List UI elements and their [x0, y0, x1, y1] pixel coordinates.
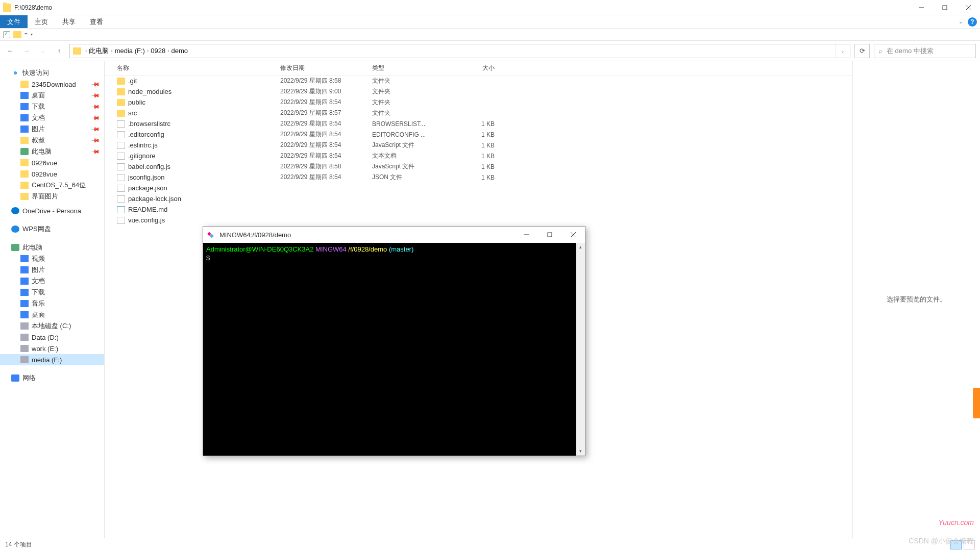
- chevron-right-icon[interactable]: ›: [167, 48, 169, 54]
- file-icon: [117, 99, 125, 106]
- search-box[interactable]: ⌕ 在 demo 中搜索: [874, 44, 976, 58]
- qat-overflow-icon[interactable]: =: [24, 32, 28, 37]
- breadcrumb-item[interactable]: 0928: [151, 47, 165, 55]
- maximize-button[interactable]: [933, 0, 957, 15]
- column-type[interactable]: 类型: [372, 64, 449, 72]
- sidebar-item[interactable]: 0926vue: [0, 157, 104, 168]
- file-row[interactable]: src 2022/9/29 星期四 8:57 文件夹: [105, 108, 852, 118]
- sidebar-item[interactable]: 本地磁盘 (C:): [0, 320, 104, 332]
- address-dropdown-icon[interactable]: ⌄: [835, 44, 850, 58]
- file-row[interactable]: jsconfig.json 2022/9/29 星期四 8:54 JSON 文件…: [105, 172, 852, 183]
- column-size[interactable]: 大小: [449, 64, 495, 72]
- file-row[interactable]: package.json: [105, 183, 852, 193]
- file-date: 2022/9/29 星期四 8:58: [280, 162, 372, 171]
- column-date[interactable]: 修改日期: [280, 64, 372, 72]
- refresh-button[interactable]: ⟳: [854, 44, 870, 58]
- properties-icon[interactable]: [3, 31, 10, 38]
- file-name: package.json: [128, 184, 167, 192]
- breadcrumb-item[interactable]: demo: [172, 47, 188, 55]
- sidebar-item[interactable]: 桌面📌: [0, 90, 104, 101]
- scroll-up-icon[interactable]: ▴: [576, 243, 585, 252]
- file-size: 1 KB: [449, 131, 495, 138]
- minimize-button[interactable]: [910, 0, 933, 15]
- new-folder-icon[interactable]: [13, 31, 21, 38]
- file-row[interactable]: public 2022/9/29 星期四 8:54 文件夹: [105, 97, 852, 108]
- item-icon: [20, 114, 29, 121]
- search-icon: ⌕: [878, 47, 883, 55]
- star-icon: [11, 69, 19, 77]
- sidebar-item[interactable]: 下载: [0, 287, 104, 298]
- tab-view[interactable]: 查看: [83, 15, 110, 28]
- sidebar-thispc[interactable]: 此电脑: [0, 242, 104, 253]
- file-type: JavaScript 文件: [372, 141, 449, 149]
- breadcrumb-item[interactable]: 此电脑: [89, 46, 109, 56]
- up-button[interactable]: ↑: [53, 45, 65, 57]
- sidebar-item[interactable]: 叔叔📌: [0, 135, 104, 146]
- prompt-user: Administrator@WIN-DE60Q3CK3A2: [206, 245, 313, 253]
- file-size: 1 KB: [449, 163, 495, 170]
- sidebar-item[interactable]: 0928vue: [0, 168, 104, 180]
- sidebar-quick-access[interactable]: 快速访问: [0, 67, 104, 79]
- forward-button[interactable]: →: [20, 45, 33, 57]
- file-type: 文本文档: [372, 152, 449, 160]
- address-bar[interactable]: › 此电脑 › media (F:) › 0928 › demo ⌄: [69, 44, 850, 58]
- chevron-right-icon[interactable]: ›: [147, 48, 149, 54]
- sidebar-onedrive[interactable]: OneDrive - Persona: [0, 205, 104, 216]
- sidebar-item[interactable]: 视频: [0, 253, 104, 264]
- file-row[interactable]: .git 2022/9/29 星期四 8:58 文件夹: [105, 76, 852, 86]
- item-icon: [20, 255, 29, 262]
- file-row[interactable]: node_modules 2022/9/29 星期四 9:00 文件夹: [105, 86, 852, 97]
- terminal-maximize-button[interactable]: [538, 227, 561, 243]
- tab-home[interactable]: 主页: [28, 15, 55, 28]
- sidebar-item[interactable]: Data (D:): [0, 332, 104, 343]
- file-row[interactable]: .editorconfig 2022/9/29 星期四 8:54 EDITORC…: [105, 129, 852, 140]
- file-row[interactable]: .eslintrc.js 2022/9/29 星期四 8:54 JavaScri…: [105, 140, 852, 151]
- file-row[interactable]: vue.config.js: [105, 215, 852, 226]
- file-row[interactable]: babel.config.js 2022/9/29 星期四 8:58 JavaS…: [105, 161, 852, 172]
- sidebar-item[interactable]: 桌面: [0, 309, 104, 320]
- sidebar-item[interactable]: 文档📌: [0, 112, 104, 123]
- breadcrumb-item[interactable]: media (F:): [115, 47, 145, 55]
- ribbon-expand-icon[interactable]: ⌄: [959, 19, 963, 24]
- help-icon[interactable]: ?: [968, 17, 977, 27]
- close-button[interactable]: [957, 0, 980, 15]
- terminal-minimize-button[interactable]: [514, 227, 538, 243]
- back-button[interactable]: ←: [4, 45, 16, 57]
- sidebar-item[interactable]: CentOS_7.5_64位: [0, 180, 104, 191]
- chevron-right-icon[interactable]: ›: [85, 48, 87, 54]
- search-placeholder: 在 demo 中搜索: [887, 46, 934, 56]
- sidebar-item[interactable]: 图片📌: [0, 123, 104, 135]
- terminal-close-button[interactable]: [561, 227, 585, 243]
- sidebar-item[interactable]: media (F:): [0, 354, 104, 365]
- sidebar-item[interactable]: 界面图片: [0, 191, 104, 202]
- chevron-right-icon[interactable]: ›: [111, 48, 112, 54]
- sidebar-item[interactable]: 此电脑📌: [0, 146, 104, 157]
- terminal-scrollbar[interactable]: ▴ ▾: [576, 243, 585, 456]
- recent-dropdown-icon[interactable]: ⌄: [37, 45, 49, 57]
- sidebar-item[interactable]: 下载📌: [0, 101, 104, 112]
- terminal-titlebar[interactable]: MINGW64:/f/0928/demo: [203, 227, 585, 243]
- file-row[interactable]: package-lock.json: [105, 193, 852, 204]
- file-name: src: [128, 109, 137, 117]
- file-row[interactable]: .browserslistrc 2022/9/29 星期四 8:54 BROWS…: [105, 118, 852, 129]
- file-row[interactable]: README.md: [105, 204, 852, 215]
- sidebar-item[interactable]: 图片: [0, 264, 104, 276]
- sidebar-item[interactable]: 2345Download📌: [0, 79, 104, 90]
- quick-access-toolbar: = ▾: [0, 29, 980, 41]
- sidebar-wps[interactable]: WPS网盘: [0, 223, 104, 235]
- sidebar-item[interactable]: work (E:): [0, 343, 104, 354]
- watermark-yuucn: Yuucn.com: [938, 518, 974, 527]
- pin-icon: 📌: [90, 79, 100, 89]
- tab-share[interactable]: 共享: [55, 15, 83, 28]
- column-name[interactable]: 名称: [117, 64, 280, 72]
- item-icon: [20, 266, 29, 273]
- sidebar-item[interactable]: 音乐: [0, 298, 104, 309]
- scroll-down-icon[interactable]: ▾: [576, 447, 585, 456]
- tab-file[interactable]: 文件: [0, 15, 28, 28]
- side-feedback-tab[interactable]: [973, 388, 980, 418]
- terminal-body[interactable]: Administrator@WIN-DE60Q3CK3A2 MINGW64 /f…: [203, 243, 585, 456]
- file-row[interactable]: .gitignore 2022/9/29 星期四 8:54 文本文档 1 KB: [105, 151, 852, 161]
- sidebar-network[interactable]: 网络: [0, 372, 104, 384]
- sidebar-item[interactable]: 文档: [0, 276, 104, 287]
- qat-customize-icon[interactable]: ▾: [31, 32, 33, 37]
